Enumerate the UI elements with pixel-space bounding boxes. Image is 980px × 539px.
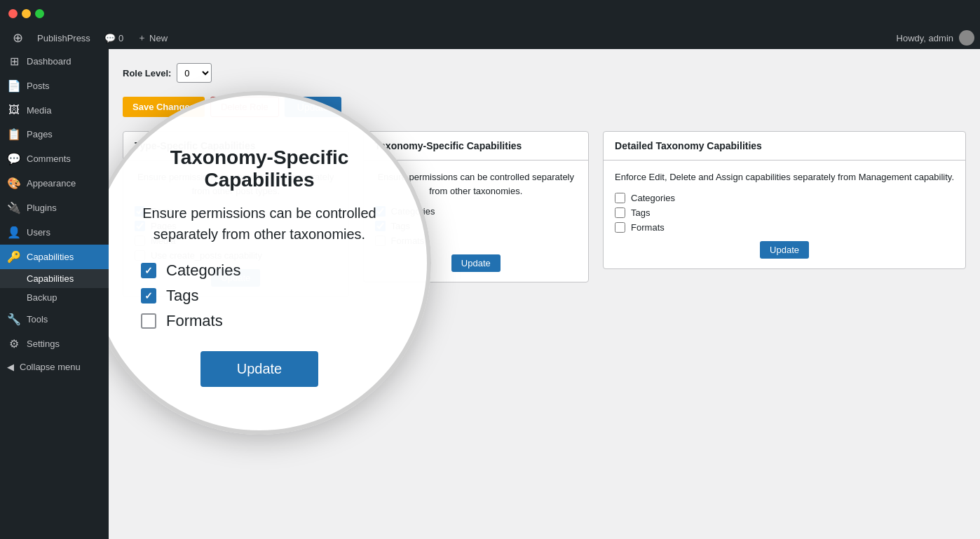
tools-icon: 🔧 xyxy=(7,313,21,326)
detailed-formats-label: Formats xyxy=(631,222,665,233)
dashboard-icon: ⊞ xyxy=(7,55,21,68)
sidebar-sub-backup-label: Backup xyxy=(27,292,57,303)
detailed-taxonomy-header: Detailed Taxonomy Capabilities xyxy=(604,132,965,161)
sidebar-item-capabilities[interactable]: 🔑 Capabilities xyxy=(0,245,109,269)
pages-icon: 📋 xyxy=(7,128,21,141)
posts-icon: 📄 xyxy=(7,79,21,93)
detailed-taxonomy-update-button[interactable]: Update xyxy=(760,241,809,259)
minimize-button[interactable] xyxy=(22,9,31,18)
collapse-label: Collapse menu xyxy=(20,362,81,372)
sidebar-label-users: Users xyxy=(27,227,50,238)
sidebar-label-tools: Tools xyxy=(27,314,48,325)
sidebar-item-posts[interactable]: 📄 Posts xyxy=(0,74,109,98)
wp-logo-icon: ⊕ xyxy=(13,30,23,46)
sidebar-item-comments[interactable]: 💬 Comments xyxy=(0,146,109,171)
detailed-tags-checkbox[interactable] xyxy=(615,207,625,218)
sidebar: ⊞ Dashboard 📄 Posts 🖼 Media 📋 Pages 💬 Co… xyxy=(0,49,109,539)
magnify-tags-checkbox[interactable]: ✓ xyxy=(141,288,156,303)
role-level-label: Role Level: xyxy=(123,68,171,79)
new-content-link[interactable]: ＋ New xyxy=(130,27,175,49)
new-label: New xyxy=(149,33,168,43)
magnify-description: Ensure permissions can be controlled sep… xyxy=(113,203,406,245)
magnify-categories-checkbox[interactable]: ✓ xyxy=(141,263,156,278)
avatar xyxy=(959,30,974,46)
sidebar-item-appearance[interactable]: 🎨 Appearance xyxy=(0,171,109,196)
users-icon: 👤 xyxy=(7,226,21,239)
media-icon: 🖼 xyxy=(7,104,21,116)
comments-icon: 💬 xyxy=(7,152,21,165)
detailed-taxonomy-description: Enforce Edit, Delete and Assign capabili… xyxy=(615,170,954,184)
taxonomy-specific-card-header: Taxonomy-Specific Capabilities xyxy=(364,132,589,161)
sidebar-label-dashboard: Dashboard xyxy=(27,56,72,67)
comments-count: 0 xyxy=(118,33,123,43)
admin-bar-right: Howdy, admin xyxy=(897,30,974,46)
sidebar-sub-capabilities-label: Capabilities xyxy=(27,273,74,284)
detailed-taxonomy-card: Detailed Taxonomy Capabilities Enforce E… xyxy=(603,131,966,269)
collapse-icon: ◀ xyxy=(7,362,14,372)
detailed-categories-checkbox[interactable] xyxy=(615,193,625,203)
sidebar-label-appearance: Appearance xyxy=(27,178,76,189)
sidebar-item-pages[interactable]: 📋 Pages xyxy=(0,122,109,146)
magnify-formats-label: Formats xyxy=(166,312,223,330)
content-area: Role Level: 0 1 2 Save Changes Delete Ro… xyxy=(109,49,980,539)
role-level-row: Role Level: 0 1 2 xyxy=(123,63,966,83)
site-name-link[interactable]: PublishPress xyxy=(30,27,97,49)
magnify-tags-row: ✓ Tags xyxy=(113,287,406,305)
detailed-categories-row: Categories xyxy=(615,193,954,203)
sidebar-item-dashboard[interactable]: ⊞ Dashboard xyxy=(0,49,109,74)
magnify-tags-label: Tags xyxy=(166,287,198,305)
admin-bar: ⊕ PublishPress 💬 0 ＋ New Howdy, admin xyxy=(0,27,980,49)
comment-icon: 💬 xyxy=(104,33,116,43)
sidebar-item-tools[interactable]: 🔧 Tools xyxy=(0,307,109,332)
titlebar xyxy=(0,0,980,27)
magnify-categories-row: ✓ Categories xyxy=(113,261,406,280)
sidebar-label-posts: Posts xyxy=(27,81,50,91)
magnify-formats-checkbox[interactable] xyxy=(141,313,156,329)
sidebar-item-settings[interactable]: ⚙ Settings xyxy=(0,332,109,356)
sidebar-label-media: Media xyxy=(27,105,51,116)
role-level-select[interactable]: 0 1 2 xyxy=(177,63,212,83)
detailed-taxonomy-body: Enforce Edit, Delete and Assign capabili… xyxy=(604,161,965,268)
magnify-update-button[interactable]: Update xyxy=(200,351,319,387)
detailed-formats-row: Formats xyxy=(615,222,954,233)
comments-link[interactable]: 💬 0 xyxy=(97,27,130,49)
sidebar-label-comments: Comments xyxy=(27,153,71,164)
magnify-title: Taxonomy-Specific Capabilities xyxy=(113,146,406,191)
collapse-menu[interactable]: ◀ Collapse menu xyxy=(0,356,109,378)
detailed-tags-row: Tags xyxy=(615,207,954,218)
main-layout: ⊞ Dashboard 📄 Posts 🖼 Media 📋 Pages 💬 Co… xyxy=(0,49,980,539)
magnify-formats-row: Formats xyxy=(113,312,406,330)
sidebar-sub-backup[interactable]: Backup xyxy=(0,288,109,307)
sidebar-label-settings: Settings xyxy=(27,339,60,349)
settings-icon: ⚙ xyxy=(7,337,21,350)
magnify-categories-label: Categories xyxy=(166,261,240,280)
sidebar-item-media[interactable]: 🖼 Media xyxy=(0,98,109,122)
sidebar-item-users[interactable]: 👤 Users xyxy=(0,220,109,245)
plugins-icon: 🔌 xyxy=(7,201,21,214)
sidebar-label-plugins: Plugins xyxy=(27,203,57,213)
sidebar-item-plugins[interactable]: 🔌 Plugins xyxy=(0,196,109,220)
magnify-tags-check-icon: ✓ xyxy=(144,290,153,301)
sidebar-sub-capabilities[interactable]: Capabilities xyxy=(0,269,109,288)
magnify-categories-check-icon: ✓ xyxy=(144,265,153,276)
detailed-formats-checkbox[interactable] xyxy=(615,222,625,233)
detailed-categories-label: Categories xyxy=(631,193,675,203)
plus-icon: ＋ xyxy=(137,32,147,44)
capabilities-icon: 🔑 xyxy=(7,250,21,264)
detailed-taxonomy-update-row: Update xyxy=(615,241,954,259)
sidebar-label-capabilities: Capabilities xyxy=(27,252,74,262)
close-button[interactable] xyxy=(8,9,18,18)
wp-logo-link[interactable]: ⊕ xyxy=(6,27,30,49)
taxonomy-specific-update-button[interactable]: Update xyxy=(451,254,501,272)
sidebar-label-pages: Pages xyxy=(27,129,53,139)
magnify-btn-row: Update xyxy=(200,351,319,387)
traffic-lights xyxy=(8,9,44,18)
howdy-text: Howdy, admin xyxy=(897,33,953,43)
site-name-label: PublishPress xyxy=(37,33,90,43)
maximize-button[interactable] xyxy=(35,9,44,18)
appearance-icon: 🎨 xyxy=(7,177,21,190)
detailed-tags-label: Tags xyxy=(631,207,650,218)
